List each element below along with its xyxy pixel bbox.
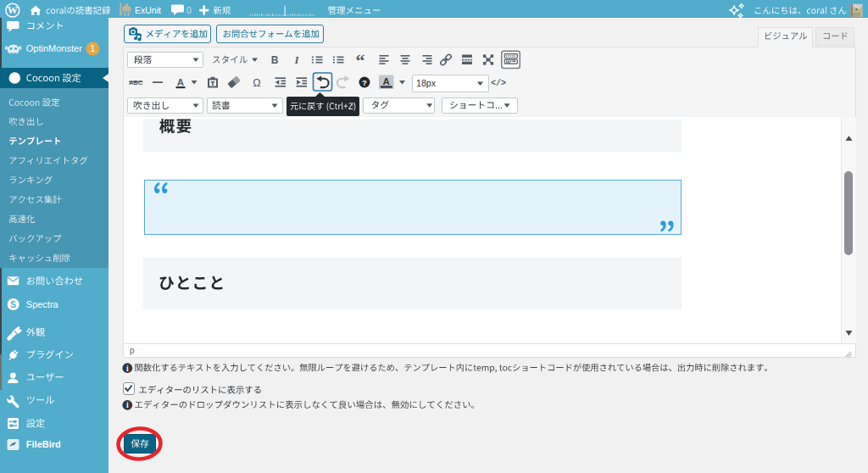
svg-text:Spectra: Spectra bbox=[26, 299, 59, 309]
svg-text:A: A bbox=[177, 77, 184, 87]
svg-text:W: W bbox=[8, 4, 18, 16]
svg-text:p: p bbox=[130, 346, 135, 355]
svg-text:Ω: Ω bbox=[253, 77, 260, 89]
svg-text:1: 1 bbox=[91, 44, 96, 53]
svg-text:ExUnit: ExUnit bbox=[135, 5, 161, 15]
svg-text:A: A bbox=[383, 76, 390, 86]
svg-text:0: 0 bbox=[186, 5, 192, 15]
svg-text:S: S bbox=[10, 300, 16, 309]
svg-text:OptinMonster: OptinMonster bbox=[26, 43, 82, 53]
svg-text:?: ? bbox=[362, 78, 367, 87]
svg-text:</>: </> bbox=[491, 79, 506, 88]
svg-text:I: I bbox=[293, 53, 299, 66]
svg-text:FileBird: FileBird bbox=[26, 439, 61, 449]
svg-text:B: B bbox=[271, 54, 279, 66]
svg-text:18px: 18px bbox=[416, 78, 437, 88]
svg-text:ABC: ABC bbox=[129, 79, 143, 86]
svg-text:i: i bbox=[126, 401, 129, 409]
svg-text:i: i bbox=[126, 364, 129, 373]
svg-text:“: “ bbox=[356, 50, 365, 71]
